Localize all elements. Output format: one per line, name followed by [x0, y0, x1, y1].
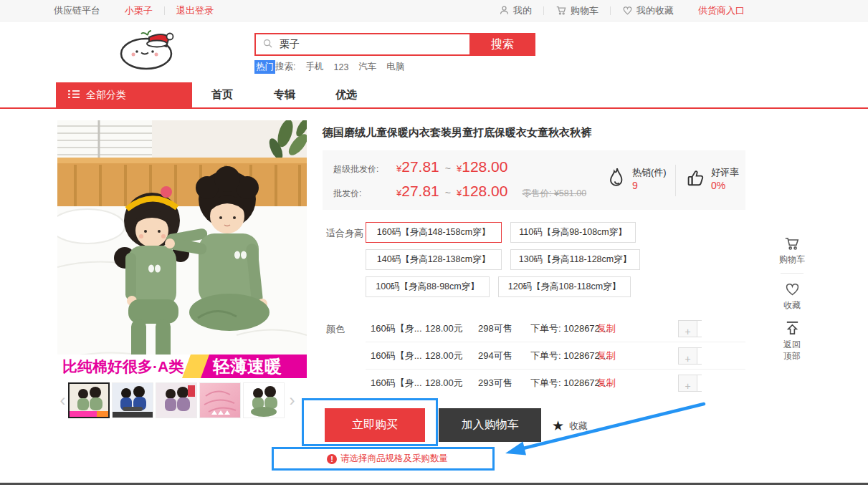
- wholesale-price-row: 批发价: ¥ 27.81 ~ ¥ 128.00 零售价: ¥581.00: [333, 183, 586, 200]
- sku-price: 128.00元: [425, 318, 463, 339]
- thumbs-next-arrow[interactable]: ›: [287, 382, 297, 418]
- category-list-icon: [68, 90, 80, 101]
- search-field[interactable]: [254, 33, 469, 56]
- spec-warning-message: ! 请选择商品规格及采购数量: [327, 453, 448, 465]
- svg-text:轻薄速暖: 轻薄速暖: [212, 357, 282, 376]
- super-price-low: 27.81: [401, 158, 439, 175]
- fire-icon: [608, 167, 626, 191]
- logout-link[interactable]: 退出登录: [176, 4, 214, 17]
- warning-exclamation-icon: !: [327, 454, 337, 464]
- site-logo[interactable]: [108, 27, 192, 70]
- sku-row: 160码【身... 128.00元 293可售 下单号: 1028672-...…: [366, 372, 745, 394]
- qty-plus-button[interactable]: +: [678, 375, 697, 392]
- qty-plus-button[interactable]: +: [678, 320, 697, 337]
- search-bar: 搜索: [254, 33, 535, 56]
- thumbnail-1[interactable]: [68, 382, 110, 418]
- sidebar-cart-button[interactable]: 购物车: [776, 233, 809, 271]
- copy-order-link[interactable]: 复制: [597, 345, 616, 367]
- retail-price: 零售价: ¥581.00: [522, 188, 586, 200]
- sidebar-favorite-button[interactable]: 收藏: [776, 279, 809, 317]
- sku-stock: 294可售: [478, 345, 512, 367]
- thumbs-up-icon: [687, 168, 705, 191]
- size-option-120[interactable]: 120码【身高108-118cm穿】: [498, 276, 631, 297]
- qty-plus-button[interactable]: +: [678, 347, 697, 365]
- platform-label: 供应链平台: [54, 4, 100, 17]
- hot-search-label: 搜索:: [275, 61, 295, 73]
- add-to-cart-button[interactable]: 加入购物车: [439, 408, 541, 442]
- hot-sales-value: 9: [632, 179, 667, 193]
- size-option-100[interactable]: 100码【身高88-98cm穿】: [366, 276, 490, 297]
- price-box: 超级批发价: ¥ 27.81 ~ ¥ 128.00 批发价: ¥ 27.81 ~…: [323, 150, 745, 210]
- my-account-link[interactable]: 我的: [499, 4, 532, 17]
- super-price-high: 128.00: [462, 158, 507, 175]
- nav-item-featured[interactable]: 优选: [335, 88, 357, 102]
- rating-stat: 好评率 0%: [687, 166, 739, 192]
- color-section-label: 颜色: [326, 323, 345, 336]
- username-link[interactable]: 小栗子: [125, 4, 153, 17]
- hot-sales-stat: 热销(件) 9: [608, 166, 667, 192]
- copy-order-link[interactable]: 复制: [597, 372, 616, 394]
- wholesale-price-low: 27.81: [401, 183, 439, 200]
- cart-link[interactable]: 购物车: [555, 4, 598, 17]
- hot-keyword[interactable]: 手机: [305, 61, 323, 73]
- wholesale-price-high: 128.00: [462, 183, 507, 200]
- person-icon: [499, 5, 510, 16]
- hot-keyword[interactable]: 汽车: [358, 61, 376, 73]
- search-button[interactable]: 搜索: [469, 33, 535, 56]
- sidebar-divider: [781, 273, 803, 274]
- super-wholesale-price-row: 超级批发价: ¥ 27.81 ~ ¥ 128.00: [333, 158, 507, 175]
- size-option-110[interactable]: 110码【身高98-108cm穿】: [510, 222, 636, 243]
- divider: [543, 6, 544, 15]
- thumbnail-strip: ‹ ›: [57, 382, 310, 419]
- thumbnail-2[interactable]: [112, 382, 153, 418]
- headboard: [57, 158, 307, 212]
- hot-tag-highlight: 热门: [254, 60, 275, 74]
- super-wholesale-label: 超级批发价:: [333, 163, 396, 175]
- main-nav: 全部分类 首页 专辑 优选: [0, 82, 868, 109]
- sku-name: 160码【身...: [371, 318, 422, 339]
- copy-order-link[interactable]: 复制: [597, 318, 616, 339]
- product-title: 德国磨绒儿童保暖内衣套装男童打底保暖衣女童秋衣秋裤: [323, 126, 745, 140]
- divider: [610, 6, 611, 15]
- sku-separator: [366, 342, 745, 342]
- hot-keyword[interactable]: 电脑: [386, 61, 404, 73]
- size-option-160[interactable]: 160码【身高148-158cm穿】: [366, 222, 502, 243]
- buy-now-button[interactable]: 立即购买: [325, 408, 425, 442]
- size-section-label: 适合身高: [326, 227, 363, 240]
- topbar-left: 供应链平台 小栗子 退出登录: [54, 4, 214, 17]
- sku-stock: 293可售: [478, 372, 512, 394]
- supplier-entry-link[interactable]: 供货商入口: [698, 4, 745, 17]
- favorite-button[interactable]: ★ 收藏: [552, 419, 588, 433]
- wholesale-label: 批发价:: [333, 188, 396, 200]
- size-option-140[interactable]: 140码【身高128-138cm穿】: [366, 249, 502, 270]
- stats-divider: [675, 165, 676, 196]
- bottom-window-edge: [0, 483, 868, 485]
- thumbnail-4[interactable]: [199, 382, 241, 418]
- product-main-image: 比纯棉好很多·A类 轻薄速暖: [57, 120, 307, 378]
- nav-item-albums[interactable]: 专辑: [274, 88, 295, 102]
- thumbnail-5[interactable]: [243, 382, 285, 418]
- rating-value: 0%: [711, 179, 739, 193]
- thumbs-prev-arrow[interactable]: ‹: [57, 382, 68, 418]
- sku-row: 160码【身... 128.00元 298可售 下单号: 1028672-...…: [366, 318, 745, 339]
- topbar: 供应链平台 小栗子 退出登录 我的 购物车: [0, 0, 868, 21]
- favorites-link[interactable]: 我的收藏: [622, 4, 674, 17]
- svg-text:比纯棉好很多·A类: 比纯棉好很多·A类: [62, 358, 183, 375]
- nav-item-home[interactable]: 首页: [211, 88, 233, 102]
- sku-name: 160码【身...: [371, 345, 422, 367]
- sku-stock: 298可售: [478, 318, 512, 339]
- heart-icon: [776, 282, 809, 297]
- hot-keyword[interactable]: 123: [333, 62, 348, 72]
- sku-row: 160码【身... 128.00元 294可售 下单号: 1028672-...…: [366, 345, 745, 367]
- hot-search-line: 热门 搜索: 手机 123 汽车 电脑: [254, 60, 404, 74]
- all-categories-button[interactable]: 全部分类: [56, 82, 192, 107]
- floating-sidebar: 购物车 收藏 返回 顶部: [776, 233, 809, 368]
- search-input[interactable]: [278, 38, 463, 51]
- back-to-top-button[interactable]: 返回 顶部: [776, 317, 809, 369]
- heart-icon: [622, 6, 633, 16]
- cart-icon: [776, 236, 809, 251]
- size-option-130[interactable]: 130码【身高118-128cm穿】: [510, 249, 640, 270]
- back-to-top-icon: [776, 320, 809, 337]
- sku-name: 160码【身...: [371, 372, 422, 394]
- thumbnail-3[interactable]: [156, 382, 197, 418]
